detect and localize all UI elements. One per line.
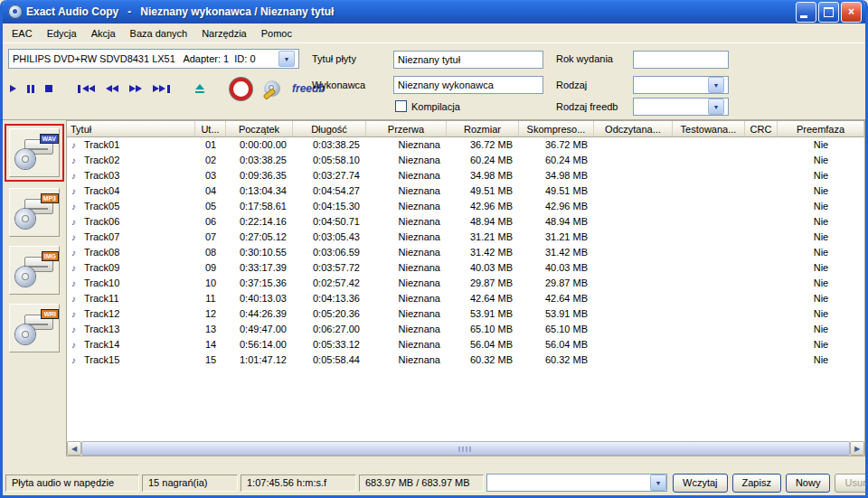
play-button[interactable] [10, 80, 16, 97]
table-row[interactable]: ♪Track08080:30:10.550:03:06.59Nieznana31… [67, 245, 864, 260]
genre-select[interactable]: ▼ [633, 76, 729, 94]
freedb-genre-select[interactable]: ▼ [633, 98, 729, 116]
forward-button[interactable] [129, 80, 142, 97]
column-header-compressed[interactable]: Skompreso... [519, 121, 594, 137]
table-cell [594, 168, 673, 183]
table-cell: ♪Track11 [67, 291, 195, 306]
extract-img-button[interactable]: IMG [9, 246, 60, 295]
track-list: ♪Track01010:00:00.000:03:38.25Nieznana36… [67, 137, 864, 441]
new-button[interactable]: Nowy [786, 474, 831, 493]
load-button[interactable]: Wczytaj [673, 474, 728, 493]
table-cell [745, 352, 778, 368]
delete-button[interactable]: Usuń [835, 474, 865, 493]
extract-mp3-button[interactable]: MP3 [9, 188, 60, 237]
cd-title-input[interactable]: Nieznany tytuł [393, 51, 543, 69]
table-cell: ♪Track04 [67, 183, 195, 199]
skip-start-button[interactable] [78, 80, 95, 97]
close-button[interactable]: × [841, 2, 862, 23]
menu-narzedzia[interactable]: Narzędzia [194, 26, 254, 41]
table-row[interactable]: ♪Track12120:44:26.390:05:20.36Nieznana53… [67, 306, 864, 322]
maximize-button[interactable] [818, 2, 839, 23]
chevron-down-icon[interactable]: ▼ [278, 51, 295, 67]
table-cell [745, 214, 778, 230]
table-row[interactable]: ♪Track06060:22:14.160:04:50.71Nieznana48… [67, 214, 864, 230]
table-cell: Nie [778, 276, 864, 291]
column-header-gap[interactable]: Przerwa [366, 121, 447, 137]
status-drive: Płyta audio w napędzie [5, 475, 139, 492]
table-row[interactable]: ♪Track03030:09:36.350:03:27.74Nieznana34… [67, 168, 864, 183]
artist-input[interactable]: Nieznany wykonawca [393, 76, 543, 94]
sidebar-slot-wav: WAV [5, 124, 64, 182]
chevron-down-icon[interactable]: ▼ [650, 475, 666, 491]
table-row[interactable]: ♪Track01010:00:00.000:03:38.25Nieznana36… [67, 137, 864, 153]
table-cell: 15 [195, 352, 226, 368]
menu-edycja[interactable]: Edycja [40, 26, 84, 41]
scroll-right-button[interactable]: ▶ [850, 441, 864, 456]
column-header-track[interactable]: Ut... [195, 121, 226, 137]
status-combo[interactable]: ▼ [486, 474, 667, 492]
eject-button[interactable] [195, 80, 204, 97]
save-button[interactable]: Zapisz [732, 474, 781, 493]
table-cell [673, 168, 745, 183]
table-row[interactable]: ♪Track04040:13:04.340:04:54.27Nieznana49… [67, 183, 864, 199]
column-header-start[interactable]: Początek [226, 121, 293, 137]
track-icon: ♪ [71, 322, 81, 337]
artist-label: Wykonawca [312, 80, 365, 90]
cd-database-button[interactable] [263, 80, 281, 98]
column-header-tested[interactable]: Testowana... [673, 121, 745, 137]
table-cell: 31.42 MB [447, 245, 519, 260]
menu-baza-danych[interactable]: Baza danych [123, 26, 195, 41]
title-bar[interactable]: Exact Audio Copy - Nieznany wykonawca / … [3, 0, 865, 23]
column-header-title[interactable]: Tytuł [67, 121, 195, 137]
table-cell [594, 214, 673, 230]
stop-button[interactable] [45, 80, 52, 97]
column-header-read[interactable]: Odczytana... [594, 121, 673, 137]
table-row[interactable]: ♪Track10100:37:15.360:02:57.42Nieznana29… [67, 276, 864, 291]
horizontal-scrollbar[interactable]: ◀ ▶ [67, 441, 864, 456]
chevron-down-icon[interactable]: ▼ [708, 99, 724, 115]
write-cd-button[interactable]: WRI [9, 304, 60, 352]
table-cell [673, 214, 745, 230]
pause-button[interactable] [27, 80, 34, 97]
table-row[interactable]: ♪Track05050:17:58.610:04:15.30Nieznana42… [67, 199, 864, 214]
table-row[interactable]: ♪Track09090:33:17.390:03:57.72Nieznana40… [67, 260, 864, 276]
column-header-size[interactable]: Rozmiar [447, 121, 519, 137]
table-row[interactable]: ♪Track02020:03:38.250:05:58.10Nieznana60… [67, 153, 864, 168]
drive-select[interactable]: PHILIPS DVD+RW SDVD8431 LX51 Adapter: 1 … [8, 49, 299, 69]
column-header-crc[interactable]: CRC [745, 121, 778, 137]
menu-eac[interactable]: EAC [5, 26, 40, 41]
table-cell: Nie [778, 337, 864, 352]
table-cell: 0:03:06.59 [293, 245, 366, 260]
table-row[interactable]: ♪Track15151:01:47.120:05:58.44Nieznana60… [67, 352, 864, 368]
track-icon: ♪ [71, 291, 81, 306]
year-input[interactable] [633, 51, 729, 69]
table-cell: 0:13:04.34 [226, 183, 293, 199]
table-cell [745, 199, 778, 214]
table-row[interactable]: ♪Track07070:27:05.120:03:05.43Nieznana31… [67, 230, 864, 245]
column-header-length[interactable]: Długość [293, 121, 366, 137]
compilation-checkbox[interactable] [395, 100, 407, 112]
table-cell: Nieznana [366, 168, 447, 183]
menu-akcja[interactable]: Akcja [84, 26, 123, 41]
skip-end-button[interactable] [153, 80, 170, 97]
scrollbar-thumb[interactable] [81, 441, 850, 456]
table-row[interactable]: ♪Track13130:49:47.000:06:27.00Nieznana65… [67, 322, 864, 337]
table-row[interactable]: ♪Track14140:56:14.000:05:33.12Nieznana56… [67, 337, 864, 352]
scroll-left-button[interactable]: ◀ [67, 441, 81, 456]
pause-icon [27, 85, 30, 93]
table-cell: 60.24 MB [519, 153, 594, 168]
rewind-button[interactable] [106, 80, 118, 97]
column-header-preemphasis[interactable]: Preemfaza [778, 121, 864, 137]
extract-wav-button[interactable]: WAV [9, 128, 60, 177]
table-cell: ♪Track15 [67, 352, 195, 368]
freedb-query-button[interactable] [230, 80, 252, 97]
chevron-down-icon[interactable]: ▼ [708, 77, 724, 93]
menu-pomoc[interactable]: Pomoc [254, 26, 299, 41]
table-cell: 48.94 MB [447, 214, 519, 230]
minimize-button[interactable] [796, 2, 816, 23]
table-cell: 60.24 MB [447, 153, 519, 168]
table-cell: Nie [778, 183, 864, 199]
table-cell: Nie [778, 230, 864, 245]
table-cell [673, 260, 745, 276]
table-row[interactable]: ♪Track11110:40:13.030:04:13.36Nieznana42… [67, 291, 864, 306]
